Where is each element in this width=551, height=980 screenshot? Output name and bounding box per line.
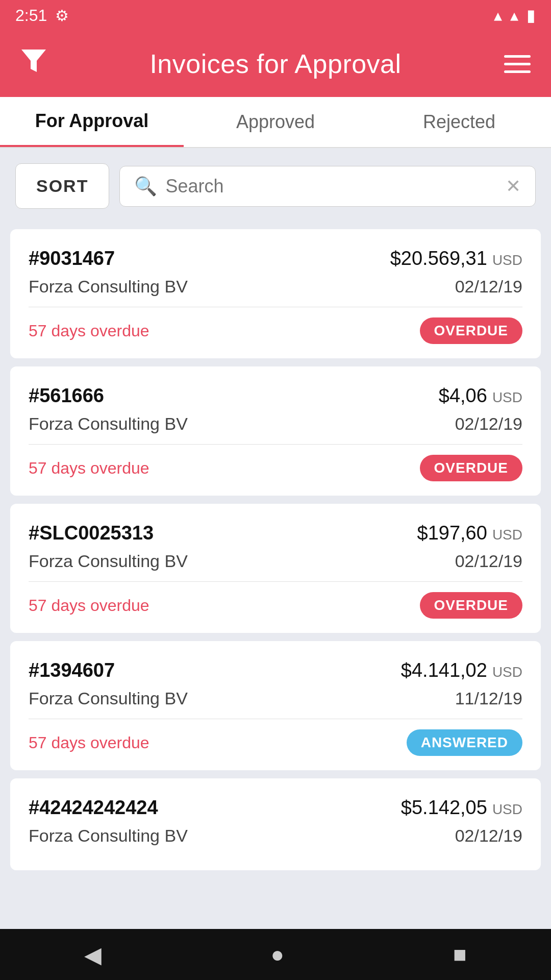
invoice-badge-1: OVERDUE	[420, 455, 522, 481]
signal-icon: ▴	[510, 6, 518, 25]
invoice-card-1[interactable]: #561666 $4,06 USD Forza Consulting BV 02…	[10, 366, 541, 496]
menu-icon[interactable]	[504, 55, 531, 73]
invoice-amount-0: $20.569,31	[390, 248, 487, 270]
invoice-number-4: #42424242424	[29, 797, 158, 819]
invoice-company-3: Forza Consulting BV	[29, 689, 188, 708]
invoice-row-bottom-2: 57 days overdue OVERDUE	[29, 592, 522, 619]
wifi-icon: ▴	[494, 6, 502, 25]
invoice-badge-0: OVERDUE	[420, 317, 522, 344]
invoice-amount-4: $5.142,05	[401, 797, 487, 819]
invoice-currency-1: USD	[492, 389, 522, 406]
invoice-row-mid-1: Forza Consulting BV 02/12/19	[29, 414, 522, 434]
status-bar-left: 2:51 ⚙	[15, 6, 69, 25]
invoice-date-0: 02/12/19	[455, 277, 522, 297]
invoice-row-bottom-1: 57 days overdue OVERDUE	[29, 455, 522, 481]
invoice-company-2: Forza Consulting BV	[29, 551, 188, 571]
invoice-overdue-text-3: 57 days overdue	[29, 733, 149, 752]
invoice-date-3: 11/12/19	[455, 689, 522, 708]
invoice-company-4: Forza Consulting BV	[29, 826, 188, 846]
back-button[interactable]: ◀	[84, 942, 102, 968]
invoice-amount-group-1: $4,06 USD	[439, 385, 522, 407]
battery-icon: ▮	[527, 6, 536, 25]
invoice-row-top-3: #1394607 $4.141,02 USD	[29, 659, 522, 681]
invoice-divider-3	[29, 719, 522, 719]
invoice-row-mid-2: Forza Consulting BV 02/12/19	[29, 551, 522, 571]
invoice-company-1: Forza Consulting BV	[29, 414, 188, 434]
invoice-amount-group-3: $4.141,02 USD	[401, 659, 522, 681]
invoice-divider-0	[29, 307, 522, 307]
status-bar: 2:51 ⚙ ▴ ▴ ▮	[0, 0, 551, 31]
search-input-wrapper: 🔍 ✕	[119, 166, 536, 207]
invoice-number-3: #1394607	[29, 659, 115, 681]
page-title: Invoices for Approval	[149, 48, 401, 79]
invoice-divider-1	[29, 444, 522, 445]
invoice-row-top-4: #42424242424 $5.142,05 USD	[29, 797, 522, 819]
invoice-row-bottom-0: 57 days overdue OVERDUE	[29, 317, 522, 344]
status-bar-right: ▴ ▴ ▮	[494, 6, 536, 25]
search-bar: SORT 🔍 ✕	[0, 148, 551, 224]
invoice-number-1: #561666	[29, 385, 104, 407]
home-button[interactable]: ●	[270, 942, 284, 967]
tab-bar: For Approval Approved Rejected	[0, 97, 551, 148]
sort-button[interactable]: SORT	[15, 163, 109, 209]
bottom-nav: ◀ ● ■	[0, 929, 551, 980]
invoice-overdue-text-2: 57 days overdue	[29, 596, 149, 615]
invoice-amount-3: $4.141,02	[401, 659, 487, 681]
tab-for-approval[interactable]: For Approval	[0, 97, 184, 147]
invoice-amount-1: $4,06	[439, 385, 487, 407]
invoice-row-mid-3: Forza Consulting BV 11/12/19	[29, 689, 522, 708]
app-header: Invoices for Approval	[0, 31, 551, 97]
invoice-divider-2	[29, 581, 522, 582]
invoice-currency-2: USD	[492, 527, 522, 543]
invoice-date-1: 02/12/19	[455, 414, 522, 434]
invoice-row-mid-0: Forza Consulting BV 02/12/19	[29, 277, 522, 297]
recent-button[interactable]: ■	[453, 942, 467, 967]
tab-rejected[interactable]: Rejected	[367, 97, 551, 147]
invoice-number-0: #9031467	[29, 248, 115, 270]
invoice-amount-group-4: $5.142,05 USD	[401, 797, 522, 819]
invoice-row-top-0: #9031467 $20.569,31 USD	[29, 248, 522, 270]
invoice-currency-3: USD	[492, 664, 522, 680]
invoice-row-bottom-3: 57 days overdue ANSWERED	[29, 729, 522, 756]
invoice-card-2[interactable]: #SLC0025313 $197,60 USD Forza Consulting…	[10, 504, 541, 633]
invoice-card-4[interactable]: #42424242424 $5.142,05 USD Forza Consult…	[10, 778, 541, 870]
invoice-amount-group-0: $20.569,31 USD	[390, 248, 522, 270]
invoice-company-0: Forza Consulting BV	[29, 277, 188, 297]
invoice-row-top-1: #561666 $4,06 USD	[29, 385, 522, 407]
invoice-card-0[interactable]: #9031467 $20.569,31 USD Forza Consulting…	[10, 229, 541, 358]
clear-search-icon[interactable]: ✕	[506, 176, 521, 197]
search-icon: 🔍	[134, 176, 157, 197]
invoice-card-3[interactable]: #1394607 $4.141,02 USD Forza Consulting …	[10, 641, 541, 770]
invoice-date-4: 02/12/19	[455, 826, 522, 846]
invoice-currency-4: USD	[492, 801, 522, 818]
invoice-overdue-text-1: 57 days overdue	[29, 459, 149, 478]
invoice-overdue-text-0: 57 days overdue	[29, 322, 149, 340]
invoice-row-top-2: #SLC0025313 $197,60 USD	[29, 522, 522, 544]
invoice-number-2: #SLC0025313	[29, 522, 154, 544]
invoice-currency-0: USD	[492, 252, 522, 268]
status-time: 2:51	[15, 6, 47, 25]
invoice-badge-2: OVERDUE	[420, 592, 522, 619]
filter-icon[interactable]	[20, 47, 47, 80]
search-input[interactable]	[165, 176, 497, 197]
settings-icon: ⚙	[55, 7, 69, 24]
invoice-list: #9031467 $20.569,31 USD Forza Consulting…	[0, 224, 551, 929]
invoice-amount-2: $197,60	[417, 522, 487, 544]
invoice-date-2: 02/12/19	[455, 551, 522, 571]
invoice-amount-group-2: $197,60 USD	[417, 522, 523, 544]
tab-approved[interactable]: Approved	[184, 97, 367, 147]
invoice-row-mid-4: Forza Consulting BV 02/12/19	[29, 826, 522, 846]
svg-marker-0	[21, 50, 46, 72]
invoice-badge-3: ANSWERED	[407, 729, 522, 756]
